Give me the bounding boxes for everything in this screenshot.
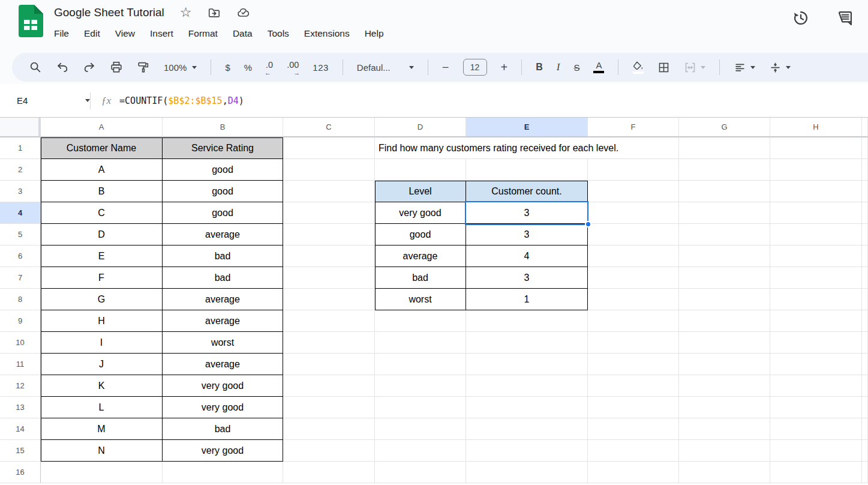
cell-stub[interactable] [862, 440, 868, 462]
row-header-4[interactable]: 4 [0, 202, 41, 224]
cell-H15[interactable] [770, 440, 862, 462]
text-color-button[interactable]: A [593, 61, 604, 73]
cell-B5[interactable]: average [163, 224, 283, 246]
undo-icon[interactable] [56, 61, 69, 74]
format-percent-button[interactable]: % [244, 62, 252, 73]
cell-B11[interactable]: average [163, 354, 283, 375]
column-header-D[interactable]: D [375, 118, 466, 137]
cell-B3[interactable]: good [163, 181, 283, 202]
cell-D12[interactable] [375, 375, 466, 397]
menu-item-file[interactable]: File [54, 28, 69, 39]
cell-C2[interactable] [283, 159, 375, 181]
cell-B8[interactable]: average [163, 289, 283, 310]
horizontal-align-button[interactable] [734, 61, 755, 74]
row-header-3[interactable]: 3 [0, 181, 41, 202]
cell-E10[interactable] [466, 332, 588, 354]
cell-stub[interactable] [862, 310, 868, 332]
cell-C5[interactable] [283, 224, 375, 246]
cell-B7[interactable]: bad [163, 267, 283, 289]
cell-H2[interactable] [770, 159, 862, 181]
cell-D16[interactable] [375, 462, 466, 483]
cell-H14[interactable] [770, 418, 862, 440]
cell-A3[interactable]: B [41, 181, 163, 202]
row-header-9[interactable]: 9 [0, 310, 41, 332]
cell-D6[interactable]: average [375, 246, 466, 267]
cell-G16[interactable] [679, 462, 770, 483]
cell-F14[interactable] [588, 418, 679, 440]
cell-A5[interactable]: D [41, 224, 163, 246]
cell-F13[interactable] [588, 397, 679, 418]
cell-E2[interactable] [466, 159, 588, 181]
cell-F12[interactable] [588, 375, 679, 397]
cell-G9[interactable] [679, 310, 770, 332]
cell-E6[interactable]: 4 [466, 246, 588, 267]
cell-G3[interactable] [679, 181, 770, 202]
row-header-15[interactable]: 15 [0, 440, 41, 462]
cell-stub[interactable] [862, 289, 868, 310]
cell-A11[interactable]: J [41, 354, 163, 375]
cell-D7[interactable]: bad [375, 267, 466, 289]
cell-H5[interactable] [770, 224, 862, 246]
row-header-6[interactable]: 6 [0, 246, 41, 267]
cell-G1[interactable] [679, 137, 770, 159]
cell-D1-instruction-text[interactable]: Find how many customers rating received … [376, 138, 618, 158]
cell-stub[interactable] [862, 246, 868, 267]
cell-D11[interactable] [375, 354, 466, 375]
column-header-B[interactable]: B [163, 118, 283, 137]
cell-G8[interactable] [679, 289, 770, 310]
cell-E11[interactable] [466, 354, 588, 375]
cell-G6[interactable] [679, 246, 770, 267]
cell-B15[interactable]: very good [163, 440, 283, 462]
font-family-select[interactable]: Defaul... [357, 62, 414, 73]
fill-color-button[interactable] [632, 61, 644, 74]
cell-H4[interactable] [770, 202, 862, 224]
cell-H3[interactable] [770, 181, 862, 202]
cell-E3[interactable]: Customer count. [466, 181, 588, 202]
cell-D5[interactable]: good [375, 224, 466, 246]
cell-C14[interactable] [283, 418, 375, 440]
cell-C16[interactable] [283, 462, 375, 483]
cell-F4[interactable] [588, 202, 679, 224]
cell-F9[interactable] [588, 310, 679, 332]
row-header-14[interactable]: 14 [0, 418, 41, 440]
menu-item-tools[interactable]: Tools [268, 28, 289, 39]
cell-G14[interactable] [679, 418, 770, 440]
cell-H9[interactable] [770, 310, 862, 332]
fill-handle[interactable] [585, 221, 591, 227]
row-header-10[interactable]: 10 [0, 332, 41, 354]
cell-H10[interactable] [770, 332, 862, 354]
cell-A16[interactable] [41, 462, 163, 483]
row-header-2[interactable]: 2 [0, 159, 41, 181]
cell-F8[interactable] [588, 289, 679, 310]
column-header-C[interactable]: C [283, 118, 375, 137]
cell-A7[interactable]: F [41, 267, 163, 289]
cell-G11[interactable] [679, 354, 770, 375]
cell-H1[interactable] [770, 137, 862, 159]
menu-item-format[interactable]: Format [188, 28, 218, 39]
borders-button[interactable] [657, 61, 670, 74]
cell-stub[interactable] [862, 267, 868, 289]
paint-format-icon[interactable] [137, 61, 150, 74]
cell-H6[interactable] [770, 246, 862, 267]
cell-A6[interactable]: E [41, 246, 163, 267]
cell-D2[interactable] [375, 159, 466, 181]
italic-button[interactable]: I [557, 61, 560, 73]
cell-B16[interactable] [163, 462, 283, 483]
menu-item-insert[interactable]: Insert [150, 28, 173, 39]
cell-E14[interactable] [466, 418, 588, 440]
cell-B12[interactable]: very good [163, 375, 283, 397]
row-header-7[interactable]: 7 [0, 267, 41, 289]
decrease-decimal-button[interactable]: .0← [266, 60, 273, 74]
cell-B10[interactable]: worst [163, 332, 283, 354]
cell-D4[interactable]: very good [375, 202, 466, 224]
cell-C6[interactable] [283, 246, 375, 267]
cell-stub[interactable] [862, 462, 868, 483]
cell-A10[interactable]: I [41, 332, 163, 354]
select-all-corner[interactable] [0, 118, 41, 137]
cell-A9[interactable]: H [41, 310, 163, 332]
cell-H7[interactable] [770, 267, 862, 289]
cell-E9[interactable] [466, 310, 588, 332]
cell-E15[interactable] [466, 440, 588, 462]
menu-item-help[interactable]: Help [365, 28, 384, 39]
cell-stub[interactable] [862, 202, 868, 224]
